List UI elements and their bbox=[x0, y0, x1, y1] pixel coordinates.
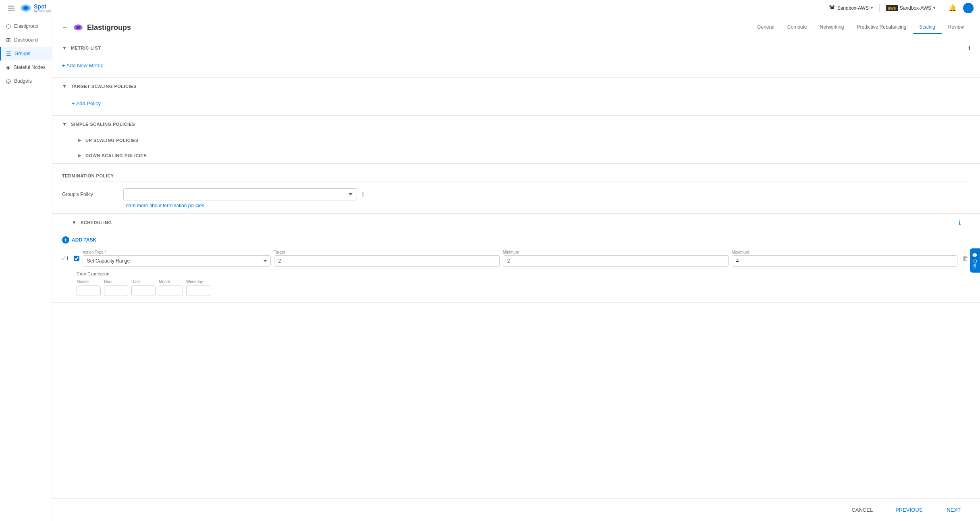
target-scaling-chevron: ▼ bbox=[62, 83, 67, 89]
cron-minute-input[interactable] bbox=[77, 286, 101, 296]
cron-minute-label: Minute bbox=[77, 279, 101, 284]
nav-tabs: General Compute Networking Predictive Re… bbox=[751, 21, 970, 34]
cron-hour-input[interactable] bbox=[104, 286, 128, 296]
simple-scaling-chevron: ▼ bbox=[62, 121, 67, 127]
topbar: Spot by NetApp 🏛 Sandbox-AWS ▾ aws Sandb… bbox=[0, 0, 980, 16]
task-number: # 1 bbox=[62, 256, 69, 261]
target-scaling-header[interactable]: ▼ TARGET SCALING POLICIES bbox=[52, 78, 980, 95]
cron-month-field: Month bbox=[159, 279, 183, 296]
dashboard-icon: ⊞ bbox=[6, 37, 11, 43]
task-checkbox[interactable] bbox=[74, 256, 79, 261]
page-header: ← Elastigroups General Compute Networkin… bbox=[52, 16, 980, 39]
add-new-metric-button[interactable]: + Add New Metric bbox=[62, 60, 103, 71]
scheduling-content: + ADD TASK # 1 Action Type * Set Capacit… bbox=[62, 231, 970, 302]
groups-icon: ☰ bbox=[6, 50, 11, 57]
cron-weekday-label: Weekday bbox=[186, 279, 210, 284]
cron-month-input[interactable] bbox=[159, 286, 183, 296]
scheduling-info[interactable]: ℹ bbox=[959, 219, 961, 226]
simple-scaling-section: ▼ SIMPLE SCALING POLICIES ▶ UP SCALING P… bbox=[52, 116, 980, 164]
sidebar-item-stateful-nodes[interactable]: ◈ Stateful Nodes bbox=[0, 60, 52, 74]
target-scaling-content: + Add Policy bbox=[52, 95, 980, 115]
delete-task-button[interactable]: 🗑 bbox=[961, 253, 970, 264]
target-scaling-section: ▼ TARGET SCALING POLICIES + Add Policy bbox=[52, 78, 980, 116]
sandbox-aws-left[interactable]: 🏛 Sandbox-AWS ▾ bbox=[829, 4, 873, 12]
spot-logo: Spot by NetApp bbox=[19, 3, 51, 13]
target-scaling-title: TARGET SCALING POLICIES bbox=[71, 84, 137, 89]
elastigroup-icon: ⬡ bbox=[6, 23, 11, 29]
action-type-select[interactable]: Set Capacity Range bbox=[83, 255, 271, 267]
hamburger-menu[interactable] bbox=[6, 4, 16, 12]
group-policy-label: Group's Policy bbox=[62, 192, 118, 197]
scheduling-title: SCHEDULING bbox=[81, 220, 112, 225]
cron-date-label: Date bbox=[131, 279, 156, 284]
spot-subname: by NetApp bbox=[34, 9, 51, 13]
sidebar-item-dashboard[interactable]: ⊞ Dashboard bbox=[0, 33, 52, 47]
tab-scaling[interactable]: Scaling bbox=[913, 21, 941, 34]
scheduling-header[interactable]: ▼ SCHEDULING ℹ bbox=[62, 214, 970, 231]
down-scaling-subsection: ▶ DOWN SCALING POLICIES bbox=[52, 148, 980, 163]
termination-section: TERMINATION POLICY Group's Policy ℹ Lear… bbox=[52, 164, 980, 214]
group-policy-select[interactable] bbox=[123, 188, 357, 200]
simple-scaling-title: SIMPLE SCALING POLICIES bbox=[71, 122, 135, 127]
simple-scaling-content: ▶ UP SCALING POLICIES ▶ DOWN SCALING POL… bbox=[52, 133, 980, 163]
tab-compute[interactable]: Compute bbox=[781, 21, 814, 34]
cron-weekday-input[interactable] bbox=[186, 286, 210, 296]
tab-general[interactable]: General bbox=[751, 21, 781, 34]
sidebar-item-elastigroup[interactable]: ⬡ Elastigroup bbox=[0, 19, 52, 33]
content-area: ← Elastigroups General Compute Networkin… bbox=[52, 16, 980, 521]
notification-bell[interactable]: 🔔 bbox=[949, 4, 957, 12]
cron-fields: Minute Hour Date bbox=[77, 279, 970, 296]
target-input[interactable] bbox=[274, 255, 500, 267]
back-button[interactable]: ← bbox=[62, 24, 69, 31]
task-row-1: # 1 Action Type * Set Capacity Range Tar… bbox=[62, 250, 970, 296]
footer: CANCEL PREVIOUS NEXT bbox=[52, 498, 980, 521]
cancel-button[interactable]: CANCEL bbox=[843, 504, 881, 516]
add-task-label: ADD TASK bbox=[72, 237, 96, 243]
cron-date-input[interactable] bbox=[131, 286, 156, 296]
topbar-divider bbox=[879, 4, 880, 12]
scheduling-chevron: ▼ bbox=[72, 220, 77, 225]
stateful-nodes-icon: ◈ bbox=[6, 64, 10, 71]
maximum-label: Maximum bbox=[732, 250, 957, 254]
learn-more-link[interactable]: Learn more about termination policies bbox=[123, 203, 970, 208]
cron-weekday-field: Weekday bbox=[186, 279, 210, 296]
up-scaling-header[interactable]: ▶ UP SCALING POLICIES bbox=[52, 133, 980, 148]
next-button[interactable]: NEXT bbox=[937, 504, 970, 516]
user-avatar[interactable]: 👤 bbox=[963, 3, 974, 13]
metric-list-header[interactable]: ▼ METRIC LIST ℹ bbox=[52, 39, 980, 57]
minimum-input[interactable] bbox=[503, 255, 729, 267]
topbar-right: 🏛 Sandbox-AWS ▾ aws Sandbox-AWS ▾ 🔔 👤 bbox=[829, 3, 974, 13]
sandbox-label-left: Sandbox-AWS bbox=[837, 5, 869, 11]
sidebar-label-elastigroup: Elastigroup bbox=[14, 23, 38, 29]
down-scaling-header[interactable]: ▶ DOWN SCALING POLICIES bbox=[52, 148, 980, 163]
tab-predictive-rebalancing[interactable]: Predictive Rebalancing bbox=[851, 21, 913, 34]
dropdown-arrow-right: ▾ bbox=[933, 6, 935, 10]
simple-scaling-header[interactable]: ▼ SIMPLE SCALING POLICIES bbox=[52, 116, 980, 133]
up-scaling-subsection: ▶ UP SCALING POLICIES bbox=[52, 133, 980, 148]
add-policy-button[interactable]: + Add Policy bbox=[72, 98, 101, 109]
chat-icon: 💬 bbox=[972, 252, 978, 258]
topbar-divider-2 bbox=[942, 4, 942, 12]
action-type-label: Action Type * bbox=[83, 250, 271, 254]
tab-review[interactable]: Review bbox=[942, 21, 970, 34]
group-policy-info[interactable]: ℹ bbox=[362, 191, 364, 198]
sidebar-item-groups[interactable]: ☰ Groups bbox=[0, 47, 52, 60]
sidebar-label-dashboard: Dashboard bbox=[14, 37, 38, 43]
chat-label: Chat bbox=[973, 259, 978, 269]
sidebar-item-budgets[interactable]: ◎ Budgets bbox=[0, 74, 52, 88]
chat-button[interactable]: 💬 Chat bbox=[970, 248, 980, 273]
previous-button[interactable]: PREVIOUS bbox=[887, 504, 930, 516]
cron-minute-field: Minute bbox=[77, 279, 101, 296]
metric-list-info[interactable]: ℹ bbox=[968, 45, 970, 51]
minimum-label: Minimum bbox=[503, 250, 729, 254]
sandbox-aws-right[interactable]: aws Sandbox-AWS ▾ bbox=[886, 5, 935, 11]
down-scaling-chevron: ▶ bbox=[78, 153, 81, 158]
scrollable-content: ▼ METRIC LIST ℹ + Add New Metric ▼ TARGE… bbox=[52, 39, 980, 498]
maximum-input[interactable] bbox=[732, 255, 957, 267]
add-task-button[interactable]: + ADD TASK bbox=[62, 235, 96, 245]
sidebar-label-budgets: Budgets bbox=[14, 78, 32, 84]
task-fields-row: # 1 Action Type * Set Capacity Range Tar… bbox=[62, 250, 970, 267]
bank-icon: 🏛 bbox=[829, 4, 835, 12]
metric-list-title: METRIC LIST bbox=[71, 46, 101, 50]
tab-networking[interactable]: Networking bbox=[814, 21, 851, 34]
